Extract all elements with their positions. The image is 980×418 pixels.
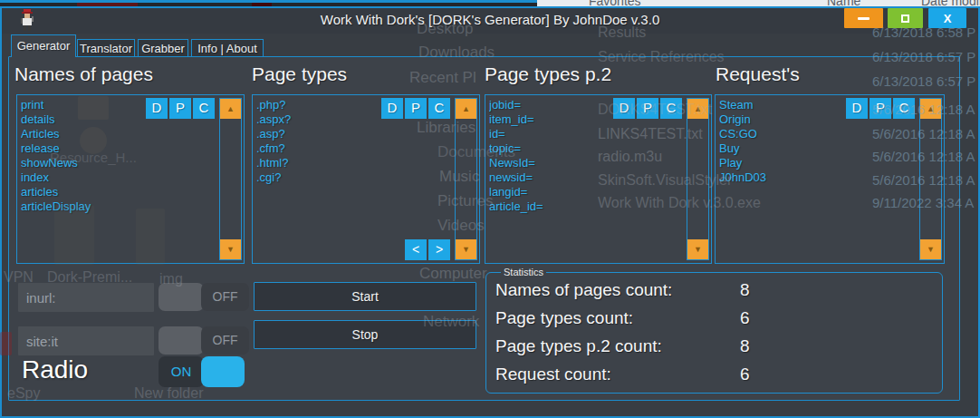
list-item[interactable]: articleDisplay	[21, 199, 139, 214]
stat-value: 8	[740, 280, 750, 300]
stat-label: Page types p.2 count:	[495, 336, 662, 355]
site-toggle[interactable]: OFF	[159, 326, 249, 355]
stop-button[interactable]: Stop	[254, 320, 476, 349]
scroll-up-icon[interactable]: ▲	[456, 99, 476, 119]
start-button[interactable]: Start	[254, 282, 476, 311]
list-item[interactable]: .asp?	[256, 127, 375, 141]
stat-row: Names of pages count: 8	[495, 280, 933, 304]
radio-toggle[interactable]: ON	[159, 356, 245, 387]
toggle-state-label: OFF	[201, 283, 249, 311]
p-button[interactable]: P	[870, 98, 891, 119]
c-button[interactable]: C	[660, 98, 682, 119]
inurl-toggle[interactable]: OFF	[159, 283, 249, 311]
screen: Favorites Name Date modified Work With D…	[0, 0, 980, 418]
close-icon: X	[944, 12, 952, 25]
d-button[interactable]: D	[613, 98, 635, 119]
c-button[interactable]: C	[428, 98, 450, 119]
d-button[interactable]: D	[146, 98, 168, 119]
d-button[interactable]: D	[846, 98, 868, 119]
list-item[interactable]: release	[21, 141, 139, 156]
list-item[interactable]: CS:GO	[719, 127, 840, 141]
list-item[interactable]: print	[21, 98, 139, 112]
list-item[interactable]: Play	[719, 156, 840, 170]
list-item[interactable]: Buy	[719, 141, 840, 156]
list-item[interactable]: newsid=	[489, 170, 607, 185]
move-left-button[interactable]: <	[405, 239, 427, 260]
list-item[interactable]: J0hnD03	[719, 170, 840, 185]
inurl-field[interactable]	[18, 283, 154, 312]
page-types-p2-listbox[interactable]: jobid=item_id=id=topic=NewsId=newsid=lan…	[485, 94, 712, 264]
stat-row: Request count: 6	[495, 365, 933, 388]
toggle-state-label: ON	[159, 356, 204, 387]
close-button[interactable]: X	[928, 8, 966, 28]
page-types-items: .php?.aspx?.asp?.cfm?.html?.cgi?	[256, 98, 375, 260]
names-of-pages-items: printdetailsArticlesreleaseshowNewsindex…	[21, 98, 139, 260]
list-item[interactable]: langid=	[489, 185, 607, 199]
scrollbar[interactable]: ▲ ▼	[919, 98, 942, 260]
stat-row: Page types count: 6	[495, 308, 933, 332]
toggle-knob	[159, 283, 204, 311]
names-of-pages-label: Names of pages	[14, 63, 153, 85]
maximize-icon	[901, 15, 909, 23]
tab-info-about[interactable]: Info | About	[191, 39, 264, 57]
c-button[interactable]: C	[193, 98, 215, 119]
list-item[interactable]: id=	[489, 127, 607, 141]
toggle-knob	[201, 356, 245, 387]
p-button[interactable]: P	[169, 98, 191, 119]
list-item[interactable]: details	[21, 112, 139, 127]
list-item[interactable]: NewsId=	[489, 156, 607, 170]
list-item[interactable]: articles	[21, 185, 139, 199]
list-item[interactable]: .php?	[256, 98, 375, 112]
page-types-listbox[interactable]: .php?.aspx?.asp?.cfm?.html?.cgi? D P C <…	[252, 94, 480, 264]
list-item[interactable]: Steam	[719, 98, 840, 112]
scroll-up-icon[interactable]: ▲	[920, 99, 941, 119]
toggle-state-label: OFF	[201, 326, 249, 355]
page-types-p2-label: Page types p.2	[485, 63, 611, 85]
list-item[interactable]: topic=	[489, 141, 607, 156]
page-types-label: Page types	[252, 63, 347, 85]
window-title: Work With Dork's [DORK's Generator] By J…	[0, 12, 980, 27]
scroll-up-icon[interactable]: ▲	[687, 99, 708, 119]
list-item[interactable]: article_id=	[489, 199, 607, 214]
c-button[interactable]: C	[893, 98, 915, 119]
p-button[interactable]: P	[405, 98, 427, 119]
p-button[interactable]: P	[637, 98, 658, 119]
scrollbar[interactable]: ▲ ▼	[687, 98, 709, 260]
site-field[interactable]	[18, 326, 154, 355]
list-item[interactable]: showNews	[21, 156, 139, 170]
scrollbar[interactable]: ▲ ▼	[219, 98, 242, 260]
list-item[interactable]: .cfm?	[256, 141, 375, 156]
scroll-down-icon[interactable]: ▼	[687, 239, 708, 259]
minimize-button[interactable]	[844, 8, 883, 28]
stat-value: 6	[740, 308, 750, 328]
stat-label: Names of pages count:	[495, 280, 672, 299]
maximize-button[interactable]	[888, 8, 923, 28]
names-of-pages-listbox[interactable]: printdetailsArticlesreleaseshowNewsindex…	[16, 94, 245, 264]
list-item[interactable]: .aspx?	[256, 112, 375, 127]
requests-items: SteamOriginCS:GOBuyPlayJ0hnD03	[719, 98, 840, 260]
toggle-knob	[159, 326, 204, 355]
list-item[interactable]: Origin	[719, 112, 840, 127]
scroll-down-icon[interactable]: ▼	[456, 239, 476, 259]
requests-listbox[interactable]: SteamOriginCS:GOBuyPlayJ0hnD03 D P C ▲ ▼	[715, 94, 945, 264]
tab-generator[interactable]: Generator	[11, 34, 76, 57]
stat-label: Page types count:	[495, 308, 633, 327]
scrollbar[interactable]: ▲ ▼	[455, 98, 477, 260]
tab-grabber[interactable]: Grabber	[138, 39, 188, 57]
page-types-p2-items: jobid=item_id=id=topic=NewsId=newsid=lan…	[489, 98, 607, 260]
list-item[interactable]: Articles	[21, 127, 139, 141]
move-right-button[interactable]: >	[428, 239, 450, 260]
list-item[interactable]: .cgi?	[256, 170, 375, 185]
scroll-down-icon[interactable]: ▼	[220, 239, 241, 259]
scroll-up-icon[interactable]: ▲	[220, 99, 241, 119]
requests-label: Request's	[716, 63, 800, 85]
list-item[interactable]: index	[21, 170, 139, 185]
stat-row: Page types p.2 count: 8	[495, 336, 933, 360]
stat-label: Request count:	[495, 365, 611, 384]
scroll-down-icon[interactable]: ▼	[920, 239, 941, 259]
list-item[interactable]: jobid=	[489, 98, 607, 112]
list-item[interactable]: .html?	[256, 156, 375, 170]
list-item[interactable]: item_id=	[489, 112, 607, 127]
d-button[interactable]: D	[381, 98, 403, 119]
tab-translator[interactable]: Translator	[77, 39, 135, 57]
